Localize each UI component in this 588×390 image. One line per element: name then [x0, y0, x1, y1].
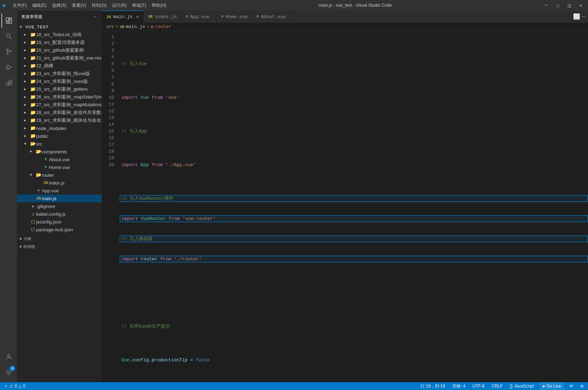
activity-source-control[interactable]: [1, 45, 16, 59]
tab-index-js[interactable]: JS index.js: [144, 11, 181, 23]
folder-29[interactable]: ► 📁 29_src_求和案例_模块化与命名空间: [17, 117, 102, 124]
activity-explorer[interactable]: [1, 13, 16, 28]
tab-app-vue[interactable]: ▼ App.vue: [181, 11, 217, 23]
timeline-section[interactable]: ► 时间线: [17, 243, 102, 250]
breadcrumb-sep2: >: [146, 24, 149, 29]
outline-section[interactable]: ► 大纲: [17, 235, 102, 243]
class-2: Vue: [141, 94, 152, 101]
menu-help[interactable]: 帮助(H): [150, 2, 168, 9]
file-home-vue[interactable]: ▼ Home.vue: [17, 163, 102, 171]
position-text: 行 19，列 19: [420, 383, 445, 389]
status-notifications[interactable]: ✉: [568, 382, 575, 390]
folder-src[interactable]: ▼ 📂 src: [17, 140, 102, 148]
tab-about-vue[interactable]: ▼ About.vue: [252, 11, 291, 23]
arrow-29: ►: [24, 119, 30, 123]
folder-19[interactable]: ► 📁 19_src_配置代理服务器: [17, 39, 102, 46]
tab-home-vue[interactable]: ▼ Home.vue: [217, 11, 252, 23]
folder-icon-18: 📁: [30, 32, 36, 38]
label-babel: babel.config.js: [36, 211, 66, 217]
folder-components[interactable]: ▼ 📂 components: [17, 148, 102, 156]
file-package-lock[interactable]: {} package-lock.json: [17, 226, 102, 233]
status-position[interactable]: 行 19，列 19: [419, 382, 446, 390]
file-app-vue[interactable]: ▼ App.vue: [17, 187, 102, 194]
minimize-button[interactable]: ─: [542, 2, 550, 9]
comment-5: // 引入VueRouter插件: [122, 195, 173, 202]
code-content[interactable]: // 引入Vue import Vue from 'vue' // 引入App …: [120, 34, 588, 379]
status-branch[interactable]: ⚬ ⚠ 0 △ 0: [3, 382, 27, 390]
menu-run[interactable]: 运行(R): [110, 2, 129, 9]
svg-rect-14: [9, 83, 12, 85]
label-package: package-lock.json: [36, 227, 73, 232]
status-golive[interactable]: ● Go Live: [539, 382, 564, 390]
tab-bar: JS main.js ✕ JS index.js ▼ App.vue ▼ Hom…: [102, 11, 588, 23]
status-spaces[interactable]: 空格: 4: [451, 382, 467, 390]
activity-bottom: 1: [1, 350, 16, 382]
layout-button[interactable]: ◫: [565, 2, 573, 9]
folder-18[interactable]: ► 📁 18_src_TodoList_动画: [17, 31, 102, 39]
activity-extensions[interactable]: [1, 76, 16, 90]
activity-settings[interactable]: 1: [1, 365, 16, 379]
error-count: 0: [15, 384, 17, 389]
status-encoding[interactable]: UTF-8: [471, 382, 486, 390]
folder-icon-25: 📁: [30, 86, 36, 92]
from-2: from: [152, 94, 166, 101]
breadcrumb-src[interactable]: src: [106, 24, 114, 29]
status-remote[interactable]: ⊛: [579, 382, 585, 390]
menu-goto[interactable]: 转到(G): [90, 2, 108, 9]
folder-21[interactable]: ► 📁 21_src_github搜索案例_vue-resource: [17, 54, 102, 62]
sidebar-more-button[interactable]: ⋯: [93, 13, 97, 21]
menu-edit[interactable]: 编辑(E): [30, 2, 49, 9]
label-26: 26_src_求和案例_mapState与mapGetters: [36, 94, 102, 100]
svg-line-5: [10, 37, 12, 39]
file-jsconfig[interactable]: {} jsconfig.json: [17, 218, 102, 226]
plain-11c: =: [187, 357, 196, 363]
maximize-button[interactable]: ☐: [554, 2, 562, 9]
arrow-23: ►: [24, 72, 30, 76]
menu-terminal[interactable]: 终端(T): [130, 2, 148, 9]
menu-select[interactable]: 选择(S): [50, 2, 68, 9]
split-editor-button[interactable]: ⬜: [573, 13, 580, 20]
breadcrumb-router[interactable]: router: [155, 24, 172, 29]
folder-node-modules[interactable]: ► 📁 node_modules: [17, 124, 102, 132]
folder-20[interactable]: ► 📁 20_src_github搜索案例: [17, 46, 102, 54]
file-about-vue[interactable]: ▼ About.vue: [17, 156, 102, 163]
code-editor[interactable]: 1 2 3 4 5 6 7 8 9 10 11 12 13 14 15 16 1…: [102, 31, 588, 382]
folder-router[interactable]: ▼ 📂 router: [17, 171, 102, 179]
folder-23[interactable]: ► 📁 23_src_求和案例_纯vue版: [17, 70, 102, 78]
activity-accounts[interactable]: [1, 350, 16, 364]
arrow-public: ►: [24, 134, 30, 138]
file-index-js[interactable]: JS index.js: [17, 179, 102, 187]
close-button[interactable]: ✕: [577, 2, 585, 9]
plain-11a: .: [129, 357, 132, 363]
svg-rect-2: [9, 20, 12, 23]
folder-public[interactable]: ► 📁 public: [17, 132, 102, 140]
file-main-js[interactable]: JS main.js: [17, 194, 102, 202]
tab-js-icon-index: JS: [148, 15, 152, 19]
status-language[interactable]: {} JavaScript: [508, 382, 535, 390]
tab-close-main[interactable]: ✕: [136, 14, 139, 20]
status-line-ending[interactable]: CRLF: [490, 382, 504, 390]
golive-icon: ●: [542, 384, 545, 389]
timeline-label: 时间线: [23, 244, 35, 249]
folder-24[interactable]: ► 📁 24_src_求和案例_vuex版: [17, 78, 102, 85]
file-babel[interactable]: ◯ babel.config.js: [17, 210, 102, 218]
vue-icon-home: ▼: [43, 165, 49, 169]
tab-main-js[interactable]: JS main.js ✕: [102, 11, 144, 23]
folder-26[interactable]: ► 📁 26_src_求和案例_mapState与mapGetters: [17, 93, 102, 101]
activity-run[interactable]: [1, 60, 16, 74]
folder-22[interactable]: ► 📁 22_插槽: [17, 62, 102, 70]
more-tabs-button[interactable]: ⋯: [582, 13, 585, 20]
code-line-4: import App from './App.vue': [120, 162, 588, 168]
folder-27[interactable]: ► 📁 27_src_求和案例_mapMutations与mapActions: [17, 101, 102, 109]
string-8: './router': [174, 256, 202, 262]
code-line-1: // 引入Vue: [120, 61, 588, 67]
breadcrumb-file[interactable]: main.js: [126, 24, 145, 29]
project-root[interactable]: ▼ VUE_TEST: [17, 23, 102, 31]
folder-28[interactable]: ► 📁 28_src_求和案例_多组件共享数据: [17, 109, 102, 117]
activity-search[interactable]: [1, 29, 16, 43]
label-app: App.vue: [42, 188, 59, 193]
folder-25[interactable]: ► 📁 25_src_求和案例_getters: [17, 85, 102, 93]
menu-file[interactable]: 文件(F): [11, 2, 29, 9]
menu-view[interactable]: 查看(V): [70, 2, 88, 9]
file-gitignore[interactable]: ◆ .gitignore: [17, 202, 102, 210]
